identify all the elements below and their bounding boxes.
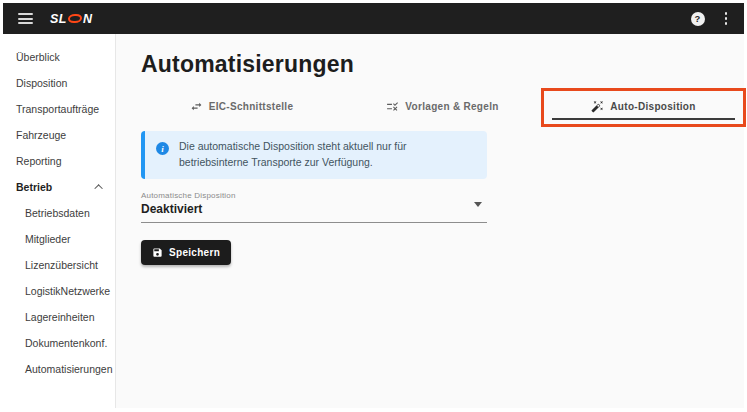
auto-disposition-select[interactable]: Automatische Disposition Deaktiviert bbox=[141, 189, 487, 223]
sidebar-item-mitglieder[interactable]: Mitglieder bbox=[3, 226, 115, 252]
rule-icon bbox=[386, 100, 399, 113]
select-value: Deaktiviert bbox=[141, 202, 487, 216]
sidebar-item-logistiknetzwerke[interactable]: LogistikNetzwerke bbox=[3, 278, 115, 304]
tab-bar: EIC-Schnittstelle Vorlagen & Regeln Auto… bbox=[141, 93, 744, 120]
help-icon[interactable]: ? bbox=[691, 12, 705, 26]
sidebar-item-lizenzuebersicht[interactable]: Lizenzübersicht bbox=[3, 252, 115, 278]
logo-text-right: N bbox=[83, 12, 93, 26]
tab-label: EIC-Schnittstelle bbox=[209, 101, 294, 112]
info-icon: i bbox=[156, 142, 169, 155]
top-bar: SLN ? bbox=[3, 3, 744, 34]
app-logo: SLN bbox=[50, 12, 93, 26]
tab-label: Vorlagen & Regeln bbox=[405, 101, 498, 112]
more-options-icon[interactable] bbox=[723, 10, 730, 27]
sidebar: Überblick Disposition Transportaufträge … bbox=[3, 34, 116, 408]
sidebar-item-ueberblick[interactable]: Überblick bbox=[3, 44, 115, 70]
sidebar-item-reporting[interactable]: Reporting bbox=[3, 148, 115, 174]
sidebar-item-label: Betrieb bbox=[16, 181, 52, 193]
sidebar-item-betrieb[interactable]: Betrieb bbox=[3, 174, 115, 200]
sidebar-item-disposition[interactable]: Disposition bbox=[3, 70, 115, 96]
chevron-up-icon bbox=[94, 184, 102, 192]
sidebar-item-transportauftraege[interactable]: Transportaufträge bbox=[3, 96, 115, 122]
sidebar-item-fahrzeuge[interactable]: Fahrzeuge bbox=[3, 122, 115, 148]
page-title: Automatisierungen bbox=[141, 51, 744, 78]
magic-wand-icon bbox=[591, 100, 604, 113]
select-label: Automatische Disposition bbox=[141, 191, 487, 200]
tab-label: Auto-Disposition bbox=[610, 101, 695, 112]
tab-eic-schnittstelle[interactable]: EIC-Schnittstelle bbox=[141, 93, 342, 120]
logo-o-icon bbox=[67, 14, 82, 23]
sidebar-item-lagereinheiten[interactable]: Lagereinheiten bbox=[3, 304, 115, 330]
tab-vorlagen-regeln[interactable]: Vorlagen & Regeln bbox=[342, 93, 543, 120]
app-window: SLN ? Überblick Disposition Transportauf… bbox=[3, 3, 744, 408]
sidebar-item-dokumentenkonf[interactable]: Dokumentenkonf. bbox=[3, 330, 115, 356]
save-button[interactable]: Speichern bbox=[141, 240, 231, 265]
sidebar-item-betriebsdaten[interactable]: Betriebsdaten bbox=[3, 200, 115, 226]
main-content: Automatisierungen EIC-Schnittstelle Vorl… bbox=[116, 34, 744, 408]
menu-icon[interactable] bbox=[18, 13, 33, 24]
swap-horizontal-icon bbox=[190, 100, 203, 113]
tab-auto-disposition[interactable]: Auto-Disposition bbox=[543, 93, 744, 120]
alert-text: Die automatische Disposition steht aktue… bbox=[179, 139, 473, 171]
save-button-label: Speichern bbox=[169, 247, 220, 258]
dropdown-arrow-icon bbox=[474, 202, 482, 207]
sidebar-item-automatisierungen[interactable]: Automatisierungen bbox=[3, 356, 115, 382]
info-alert: i Die automatische Disposition steht akt… bbox=[141, 131, 487, 179]
active-tab-indicator bbox=[552, 118, 735, 120]
save-icon bbox=[152, 247, 163, 258]
logo-text-left: SL bbox=[50, 12, 67, 26]
